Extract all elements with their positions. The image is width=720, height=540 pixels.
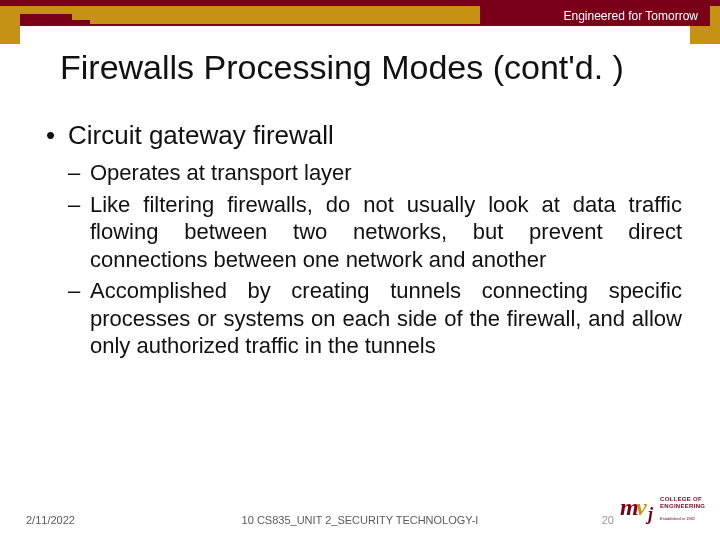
- header-tagline: Engineered for Tomorrow: [480, 6, 710, 26]
- bullet-text: Circuit gateway firewall: [68, 120, 334, 150]
- mvj-logo: m v j COLLEGE OF ENGINEERING Established…: [620, 492, 706, 530]
- logo-line2: ENGINEERING: [660, 503, 705, 509]
- slide-body: Circuit gateway firewall Operates at tra…: [46, 120, 682, 368]
- mvj-logo-mark: m v j: [620, 492, 656, 528]
- logo-letter-v: v: [636, 494, 647, 521]
- logo-line1: COLLEGE OF: [660, 496, 702, 502]
- bullet-level1: Circuit gateway firewall Operates at tra…: [46, 120, 682, 360]
- bullet-level2: Accomplished by creating tunnels connect…: [68, 277, 682, 360]
- slide: Engineered for Tomorrow Firewalls Proces…: [0, 0, 720, 540]
- logo-sub: Established in 1982: [660, 516, 695, 521]
- bullet-level2: Operates at transport layer: [68, 159, 682, 187]
- footer-page: 20: [602, 514, 614, 526]
- logo-letter-j: j: [648, 504, 653, 525]
- bullet-level2: Like filtering firewalls, do not usually…: [68, 191, 682, 274]
- logo-text: COLLEGE OF ENGINEERING: [660, 496, 705, 509]
- slide-title: Firewalls Processing Modes (cont'd. ): [60, 48, 624, 87]
